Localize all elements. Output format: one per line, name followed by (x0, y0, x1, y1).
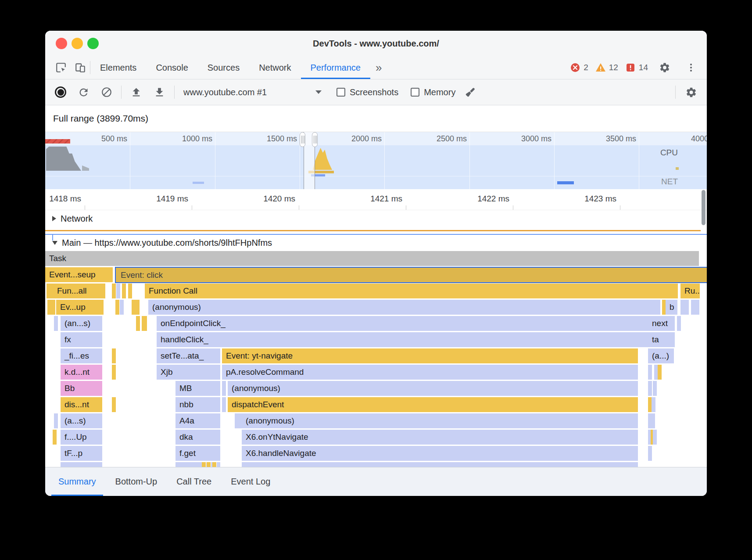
flame-bar-xjb[interactable]: Xjb (157, 365, 221, 380)
flame-bar-x6-onytnavigate[interactable]: X6.onYtNavigate (242, 430, 638, 445)
reload-and-record-button[interactable] (75, 84, 92, 101)
flame-bar[interactable] (61, 462, 103, 467)
flame-bar-task[interactable]: Task (45, 251, 699, 266)
flame-bar-dka[interactable]: dka (175, 430, 221, 445)
flame-bar-event-yt-navigate[interactable]: Event: yt-navigate (222, 348, 638, 363)
flame-bar-sette-ata[interactable]: setTe...ata_ (157, 348, 221, 363)
settings-button[interactable] (655, 62, 674, 73)
flame-bar-pa-resolvecommand[interactable]: pA.resolveCommand (222, 365, 638, 380)
flame-bar[interactable] (212, 462, 217, 467)
issues-badge[interactable]: 14 (625, 62, 648, 73)
tab-performance[interactable]: Performance (301, 56, 371, 79)
flame-bar-fi-es[interactable]: _fi...es (61, 348, 103, 363)
zoom-button[interactable] (87, 38, 99, 49)
flame-bar[interactable] (53, 430, 57, 445)
flame-bar-ta[interactable]: ta (648, 332, 675, 347)
flame-bar-ru-s[interactable]: Ru...s (680, 284, 700, 298)
flame-bar[interactable] (115, 300, 120, 315)
flame-bar[interactable] (51, 300, 56, 315)
flame-bar-event-seup[interactable]: Event...seup (45, 267, 113, 282)
timeline-ruler[interactable]: 1418 ms1419 ms1420 ms1421 ms1422 ms1423 … (45, 189, 707, 210)
network-request-line[interactable] (45, 230, 701, 231)
console-errors-badge[interactable]: 2 (570, 62, 588, 73)
flame-bar-anonymous[interactable]: (anonymous) (148, 300, 661, 315)
flame-bar[interactable] (653, 381, 657, 396)
tab-elements[interactable]: Elements (90, 56, 146, 79)
flame-bar-fx[interactable]: fx (61, 332, 103, 347)
tab-bottom-up[interactable]: Bottom-Up (106, 467, 167, 496)
flame-bar[interactable] (128, 284, 132, 298)
flame-bar[interactable] (680, 300, 689, 315)
flame-bar[interactable] (116, 284, 121, 298)
flame-bar-a[interactable]: (a...) (648, 348, 674, 363)
flame-bar[interactable] (142, 316, 147, 331)
flame-bar[interactable] (648, 365, 652, 380)
flame-bar-bb[interactable]: Bb (61, 381, 103, 396)
save-profile-button[interactable] (151, 84, 168, 101)
inspect-element-button[interactable] (51, 56, 71, 79)
overview-selection-handle-right[interactable] (312, 132, 318, 147)
clear-recordings-button[interactable] (98, 84, 115, 101)
tab-summary[interactable]: Summary (49, 467, 106, 496)
track-main[interactable]: Main — https://www.youtube.com/shorts/9l… (45, 234, 707, 251)
screenshots-checkbox[interactable] (337, 88, 345, 97)
flame-bar-mb[interactable]: MB (175, 381, 221, 396)
flame-chart[interactable]: TaskEvent...seupEvent: clickFun...allFun… (45, 251, 707, 467)
flame-bar[interactable] (132, 300, 140, 315)
flame-bar[interactable] (207, 462, 211, 467)
flame-bar[interactable] (54, 413, 58, 428)
screenshots-toggle[interactable]: Screenshots (337, 87, 398, 97)
flame-bar-function-call[interactable]: Function Call (145, 284, 678, 298)
tab-sources[interactable]: Sources (198, 56, 249, 79)
flame-bar[interactable] (222, 381, 226, 396)
console-warnings-badge[interactable]: 12 12 12 12 12 (595, 62, 618, 73)
record-button[interactable] (52, 84, 69, 101)
tab-console[interactable]: Console (146, 56, 197, 79)
timeline-overview[interactable]: 500 ms1000 ms1500 ms2000 ms2500 ms3000 m… (45, 132, 707, 189)
flame-bar-a4a[interactable]: A4a (175, 413, 221, 428)
flame-bar[interactable] (202, 462, 206, 467)
flame-bar-next[interactable]: next (648, 316, 675, 331)
flame-bar[interactable] (122, 284, 126, 298)
flame-bar[interactable] (112, 284, 116, 298)
flame-bar[interactable] (222, 397, 226, 412)
close-button[interactable] (56, 38, 67, 49)
flame-bar-anonymous[interactable]: (anonymous) (242, 413, 638, 428)
flame-bar[interactable] (651, 413, 655, 428)
flame-bar[interactable] (112, 348, 116, 363)
flame-bar[interactable] (648, 381, 652, 396)
flame-bar[interactable] (112, 365, 116, 380)
flame-bar-dis-nt[interactable]: dis...nt (61, 397, 103, 412)
flame-bar-b[interactable]: b (666, 300, 678, 315)
flame-bar[interactable] (652, 397, 656, 412)
flame-bar[interactable] (677, 316, 681, 331)
flame-bar[interactable] (136, 316, 140, 331)
flame-bar[interactable] (120, 300, 124, 315)
flame-bar[interactable] (691, 300, 700, 315)
flame-bar[interactable] (54, 316, 58, 331)
memory-toggle[interactable]: Memory (411, 87, 455, 97)
collect-garbage-button[interactable] (462, 84, 479, 101)
flame-bar-f-get[interactable]: f.get (175, 446, 221, 461)
flame-bar-handleclick[interactable]: handleClick_ (157, 332, 661, 347)
minimize-button[interactable] (72, 38, 83, 49)
flame-bar-dispatchevent[interactable]: dispatchEvent (228, 397, 638, 412)
flame-bar-fun-all[interactable]: Fun...all (53, 284, 106, 298)
flame-bar[interactable] (242, 462, 638, 467)
flame-bar-a-s[interactable]: (a...s) (61, 413, 103, 428)
flame-bar[interactable] (112, 397, 116, 412)
capture-settings-button[interactable] (683, 84, 700, 101)
more-options-button[interactable] (681, 62, 701, 73)
vertical-scrollbar-thumb[interactable] (702, 190, 705, 225)
tab-call-tree[interactable]: Call Tree (167, 467, 221, 496)
flame-bar[interactable] (653, 430, 657, 445)
flame-bar-anonymous[interactable]: (anonymous) (228, 381, 638, 396)
overview-selection-handle-left[interactable] (300, 132, 305, 147)
flame-bar-k-d-nt[interactable]: k.d...nt (61, 365, 103, 380)
flame-bar-ev-up[interactable]: Ev...up (56, 300, 104, 315)
track-network[interactable]: Network (45, 210, 707, 227)
flame-bar-onendpointclick[interactable]: onEndpointClick_ (157, 316, 661, 331)
flame-bar-f-up[interactable]: f....Up (61, 430, 103, 445)
load-profile-button[interactable] (128, 84, 145, 101)
device-toolbar-button[interactable] (71, 56, 90, 79)
